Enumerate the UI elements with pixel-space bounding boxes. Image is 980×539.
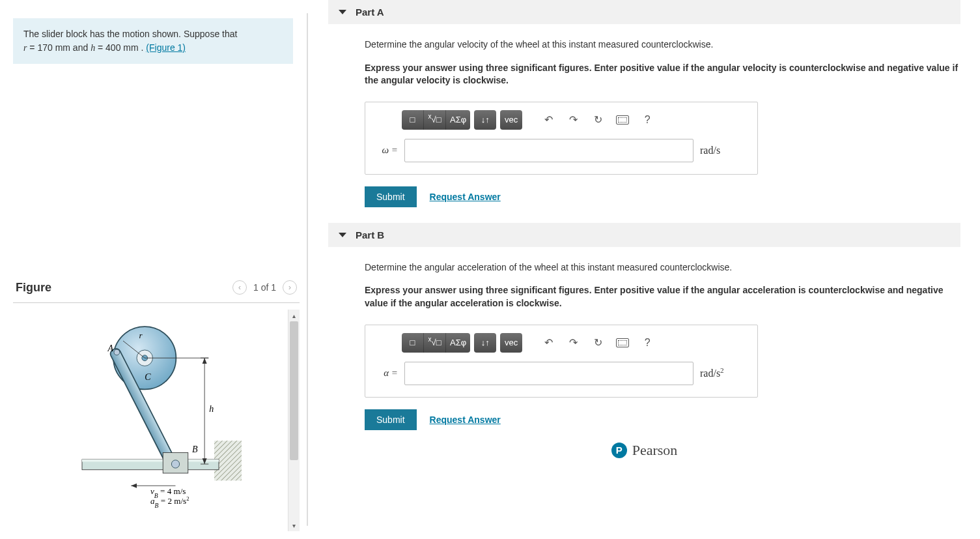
- svg-text:h: h: [209, 404, 214, 414]
- svg-point-13: [171, 459, 179, 467]
- part-b-answer-input[interactable]: [404, 362, 693, 385]
- redo-button[interactable]: ↷: [563, 333, 583, 353]
- vector-button[interactable]: vec: [500, 110, 522, 130]
- fraction-root-button[interactable]: x√□: [424, 333, 446, 353]
- pearson-brand-text: Pearson: [632, 442, 678, 459]
- keyboard-icon: [616, 338, 629, 347]
- figure-title: Figure: [16, 281, 51, 295]
- figure-next-button[interactable]: ›: [283, 280, 297, 295]
- part-a-instructions: Express your answer using three signific…: [365, 62, 960, 87]
- part-b-answer-area: □ x√□ ΑΣφ ↓↑ vec ↶ ↷ ↻: [365, 325, 758, 398]
- part-a-toolbar: □ x√□ ΑΣφ ↓↑ vec ↶ ↷ ↻: [365, 110, 757, 139]
- part-a-request-answer-link[interactable]: Request Answer: [430, 192, 501, 202]
- figure-prev-button[interactable]: ‹: [232, 280, 247, 295]
- greek-letters-button[interactable]: ΑΣφ: [446, 333, 470, 353]
- part-a-prompt: Determine the angular velocity of the wh…: [365, 38, 960, 51]
- omega-lhs: ω =: [377, 145, 398, 156]
- toolbar-help-button[interactable]: ?: [637, 110, 658, 130]
- panel-splitter[interactable]: [306, 0, 309, 539]
- problem-text: The slider block has the motion shown. S…: [23, 29, 237, 39]
- part-a-header[interactable]: Part A: [328, 0, 960, 24]
- svg-text:A: A: [107, 343, 113, 353]
- keyboard-button[interactable]: [612, 110, 633, 130]
- chevron-down-icon: [339, 233, 346, 237]
- template-picker-button[interactable]: □: [402, 333, 424, 353]
- keyboard-button[interactable]: [612, 333, 633, 353]
- part-a-answer-area: □ x√□ ΑΣφ ↓↑ vec ↶ ↷ ↻: [365, 102, 758, 175]
- part-b-units: rad/s2: [700, 366, 746, 379]
- redo-button[interactable]: ↷: [563, 110, 583, 130]
- undo-button[interactable]: ↶: [538, 110, 559, 130]
- scroll-down-icon[interactable]: ▾: [288, 519, 300, 531]
- figure-scrollbar[interactable]: ▴ ▾: [288, 310, 300, 531]
- subscript-superscript-button[interactable]: ↓↑: [474, 333, 496, 353]
- alpha-lhs: α =: [377, 368, 398, 379]
- part-a-answer-input[interactable]: [404, 139, 693, 162]
- figure-panel: Figure ‹ 1 of 1 ›: [13, 275, 300, 531]
- reset-button[interactable]: ↻: [587, 110, 608, 130]
- part-b-prompt: Determine the angular acceleration of th…: [365, 261, 960, 274]
- svg-marker-17: [203, 358, 207, 364]
- part-a-units: rad/s: [700, 145, 746, 156]
- svg-rect-4: [82, 459, 219, 462]
- footer: P Pearson: [328, 442, 960, 459]
- pearson-badge-icon: P: [611, 443, 627, 458]
- problem-statement: The slider block has the motion shown. S…: [13, 18, 293, 64]
- right-panel: Part A Determine the angular velocity of…: [309, 0, 980, 539]
- part-b-request-answer-link[interactable]: Request Answer: [430, 415, 501, 425]
- left-panel: The slider block has the motion shown. S…: [0, 0, 306, 539]
- part-b-instructions: Express your answer using three signific…: [365, 284, 960, 310]
- reset-button[interactable]: ↻: [587, 333, 608, 353]
- part-b-title: Part B: [356, 229, 384, 240]
- fraction-root-button[interactable]: x√□: [424, 110, 446, 130]
- part-b-toolbar: □ x√□ ΑΣφ ↓↑ vec ↶ ↷ ↻: [365, 333, 757, 362]
- part-a-title: Part A: [356, 7, 384, 18]
- svg-text:B: B: [192, 444, 198, 454]
- undo-button[interactable]: ↶: [538, 333, 559, 353]
- chevron-down-icon: [339, 10, 346, 14]
- figure-link[interactable]: (Figure 1): [146, 42, 186, 53]
- subscript-superscript-button[interactable]: ↓↑: [474, 110, 496, 130]
- part-a: Part A Determine the angular velocity of…: [328, 0, 960, 207]
- vector-button[interactable]: vec: [500, 333, 522, 353]
- svg-text:r: r: [139, 330, 143, 340]
- figure-image: A C B r h vB = 4 m/s aB = 2 m/s2: [13, 310, 288, 531]
- toolbar-help-button[interactable]: ?: [637, 333, 658, 353]
- part-a-submit-button[interactable]: Submit: [365, 186, 417, 207]
- greek-letters-button[interactable]: ΑΣφ: [446, 110, 470, 130]
- part-b-header[interactable]: Part B: [328, 223, 960, 247]
- template-picker-button[interactable]: □: [402, 110, 424, 130]
- figure-page-indicator: 1 of 1: [253, 282, 276, 293]
- keyboard-icon: [616, 115, 629, 124]
- svg-marker-21: [131, 483, 137, 488]
- part-b-submit-button[interactable]: Submit: [365, 409, 417, 430]
- pearson-logo: P Pearson: [611, 442, 678, 459]
- svg-text:C: C: [145, 371, 151, 381]
- scroll-up-icon[interactable]: ▴: [288, 310, 300, 321]
- svg-point-11: [114, 349, 120, 355]
- part-b: Part B Determine the angular acceleratio…: [328, 223, 960, 430]
